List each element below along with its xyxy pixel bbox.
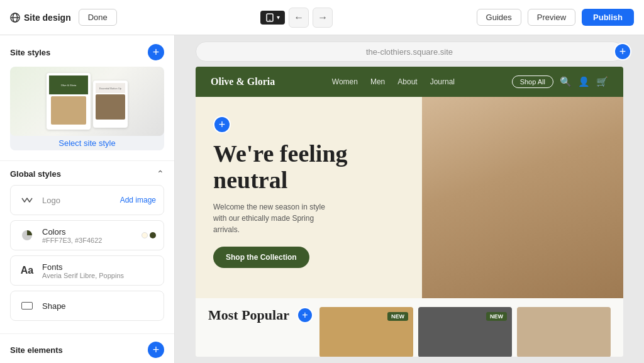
site-nav-right: Shop All 🔍 👤 🛒 [512,75,608,88]
main-area: Site styles + Olive & Gloria Essential B… [0,35,644,363]
site-logo: Olive & Gloria [211,76,275,87]
preview-phone-body [49,94,88,126]
logo-row-left: Logo [18,191,60,209]
toolbar-right: Guides Preview Publish [477,9,634,26]
url-bar: the-clothiers.square.site + [196,42,623,62]
search-icon[interactable]: 🔍 [560,76,572,87]
style-preview-card: Olive & Gloria Essential Button Up Selec… [10,67,164,150]
svg-rect-4 [269,20,271,20]
new-badge-2: NEW [486,312,507,321]
site-design-label: Site design [10,13,71,23]
colors-row-left: Colors #FFF7E3, #3F4622 [18,226,102,244]
chevron-down-icon: ▾ [277,14,280,21]
colors-row[interactable]: Colors #FFF7E3, #3F4622 [10,220,164,250]
style-preview-image: Olive & Gloria Essential Button Up [10,67,164,136]
most-popular-section: Most Popular + NEW NEW [196,298,623,357]
product-card-3 [517,307,611,357]
url-add-button[interactable]: + [614,43,631,60]
colors-icon [18,226,36,244]
color-dot-2 [150,232,156,238]
mobile-icon [265,13,274,22]
preview-phone-1: Olive & Gloria [47,73,91,130]
product-cards: NEW NEW [319,307,611,357]
device-selector[interactable]: ▾ [260,11,285,25]
most-popular-title: Most Popular [208,307,289,323]
select-site-style-link[interactable]: Select site style [10,136,164,150]
toolbar-center: ▾ ← → [260,8,333,28]
nav-link-women[interactable]: Women [332,77,358,86]
site-elements-header: Site elements + [10,342,164,358]
site-nav-links: Women Men About Journal [332,77,455,86]
site-styles-section: Site styles + Olive & Gloria Essential B… [0,35,174,160]
most-popular-add-button[interactable]: + [297,307,313,323]
globe-icon [10,13,20,23]
guides-button[interactable]: Guides [477,9,521,26]
preview-phone-header: Olive & Gloria [49,75,88,94]
nav-link-journal[interactable]: Journal [430,77,455,86]
site-elements-section: Site elements + Badges [0,333,174,363]
preview-phone2-img [96,94,125,120]
add-site-element-button[interactable]: + [148,342,164,358]
color-dots [142,232,156,238]
sidebar: Site styles + Olive & Gloria Essential B… [0,35,175,363]
add-site-style-button[interactable]: + [148,44,164,60]
site-styles-header: Site styles + [10,44,164,60]
preview-phone-2: Essential Button Up [93,81,128,128]
undo-button[interactable]: ← [289,8,309,28]
nav-link-about[interactable]: About [397,77,417,86]
hero-image [422,97,623,298]
user-icon[interactable]: 👤 [578,76,590,87]
toolbar-left: Site design Done [10,9,117,26]
preview-phone2-header: Essential Button Up [96,83,125,93]
logo-icon [18,191,36,209]
color-dot-1 [142,232,148,238]
fonts-icon: Aa [18,262,36,279]
done-button[interactable]: Done [79,9,117,26]
add-image-button[interactable]: Add image [120,196,156,204]
shape-row[interactable]: Shape [10,291,164,321]
url-text: the-clothiers.square.site [366,47,453,57]
preview-phone-img [51,96,86,125]
hero-title: We're feeling neutral [213,141,404,194]
canvas: the-clothiers.square.site + Olive & Glor… [175,35,644,363]
nav-link-men[interactable]: Men [370,77,385,86]
hero-add-button[interactable]: + [213,116,231,133]
hero-section: + We're feeling neutral Welcome the new … [196,97,623,298]
hero-subtitle: Welcome the new season in style with our… [213,201,339,235]
hero-left: + We're feeling neutral Welcome the new … [196,97,422,298]
hero-cta-button[interactable]: Shop the Collection [213,247,309,268]
fonts-row[interactable]: Aa Fonts Averia Serif Libre, Poppins [10,255,164,286]
publish-button[interactable]: Publish [582,9,634,26]
new-badge-1: NEW [387,312,408,321]
cart-icon[interactable]: 🛒 [596,76,608,87]
shop-all-button[interactable]: Shop All [512,75,553,88]
preview-inner: Olive & Gloria Essential Button Up [42,68,133,135]
fonts-row-left: Aa Fonts Averia Serif Libre, Poppins [18,262,124,279]
site-nav: Olive & Gloria Women Men About Journal S… [196,67,623,97]
most-popular-title-area: Most Popular + [208,307,313,357]
toolbar: Site design Done ▾ ← → Guides Preview Pu… [0,0,644,35]
product-card-2: NEW [418,307,512,357]
colors-info: Colors #FFF7E3, #3F4622 [42,227,102,244]
redo-button[interactable]: → [313,8,333,28]
chevron-up-icon[interactable]: ⌃ [157,169,164,179]
product-card-1: NEW [319,307,413,357]
global-styles-section: Global styles ⌃ Logo Add image [0,160,174,333]
site-preview: Olive & Gloria Women Men About Journal S… [196,67,623,357]
logo-row[interactable]: Logo Add image [10,185,164,215]
shape-row-left: Shape [18,297,66,315]
preview-button[interactable]: Preview [528,9,575,26]
hero-img-placeholder [422,97,623,298]
fonts-info: Fonts Averia Serif Libre, Poppins [42,262,124,279]
shape-icon [18,297,36,315]
global-styles-header: Global styles ⌃ [10,169,164,179]
